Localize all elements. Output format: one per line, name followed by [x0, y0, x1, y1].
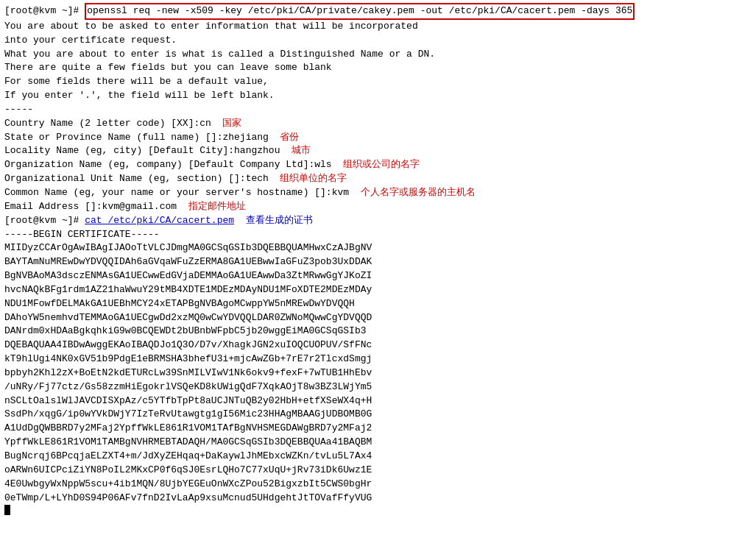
cert-data-3: BgNVBAoMA3dsczENMAsGA1UECwwEdGVjaDEMMAoG… — [4, 269, 752, 283]
info-line-4: There are quite a few fields but you can… — [4, 61, 752, 75]
org-annotation: 组织或公司的名字 — [343, 158, 420, 172]
cursor — [4, 505, 10, 515]
prompt-2: [root@kvm ~]# — [4, 214, 85, 228]
info-line-1: You are about to be asked to enter infor… — [4, 20, 752, 34]
common-text: Common Name (eg, your name or your serve… — [4, 186, 349, 200]
email-text: Email Address []:kvm@gmail.com — [4, 200, 177, 214]
cert-begin-text: -----BEGIN CERTIFICATE----- — [4, 228, 160, 242]
cert-data-16: BugNcrqj6BPcqjaELZXT4+m/JdXyZEHqaq+DaKay… — [4, 450, 752, 464]
info-text-6: If you enter '.', the field will be left… — [4, 89, 275, 103]
cert-data-17: oARWn6UICPciZiYN8PoIL2MKxCP0f6qSJ0EsrLQH… — [4, 464, 752, 478]
country-annotation: 国家 — [222, 117, 241, 131]
cert-data-7: DANrdm0xHDAaBgkqhkiG9w0BCQEWDt2bUBnbWFpb… — [4, 325, 752, 339]
cert-data-1: MIIDyzCCArOgAwIBAgIJAOoTtVLCJDmgMA0GCSqG… — [4, 241, 752, 255]
cert-end-text: 0eTWmp/L+LYhD0S94P06AFv7fnD2IvLaAp9xsuMc… — [4, 492, 372, 506]
info-line-5: For some fields there will be a default … — [4, 75, 752, 89]
command-box-1: openssl req -new -x509 -key /etc/pki/CA/… — [85, 3, 635, 20]
info-line-7: ----- — [4, 103, 752, 117]
cert-data-4: hvcNAQkBFg1rdm1AZ21haWwuY29tMB4XDTE1MDEz… — [4, 283, 752, 297]
cert-data-2: BAYTAmNuMREwDwYDVQQIDAh6aGVqaWFuZzERMA8G… — [4, 255, 752, 269]
locality-text: Locality Name (eg, city) [Default City]:… — [4, 144, 280, 158]
common-line: Common Name (eg, your name or your serve… — [4, 186, 752, 200]
info-text-3: What you are about to enter is what is c… — [4, 48, 435, 62]
cat-annotation: 查看生成的证书 — [246, 214, 313, 228]
country-line: Country Name (2 letter code) [XX]:cn 国家 — [4, 117, 752, 131]
command-line-2: [root@kvm ~]# cat /etc/pki/CA/cacert.pem… — [4, 214, 752, 228]
cert-data-6: DAhoYW5nemhvdTEMMAoGA1UECgwDd2xzMQ0wCwYD… — [4, 311, 752, 325]
cat-command: cat /etc/pki/CA/cacert.pem — [85, 214, 234, 228]
cert-begin: -----BEGIN CERTIFICATE----- — [4, 228, 752, 242]
command-text-1: openssl req -new -x509 -key /etc/pki/CA/… — [87, 5, 632, 16]
cert-data-13: SsdPh/xqgG/ip0wYVkDWjY7IzTeRvUtawgtg1gI5… — [4, 408, 752, 422]
state-annotation: 省份 — [280, 131, 299, 145]
info-line-3: What you are about to enter is what is c… — [4, 48, 752, 62]
cert-data-18: 4E0UwbgyWxNppW5scu+4ib1MQN/8UjbYEGEuOnWX… — [4, 478, 752, 492]
info-line-6: If you enter '.', the field will be left… — [4, 89, 752, 103]
locality-annotation: 城市 — [292, 144, 311, 158]
orgunit-annotation: 组织单位的名字 — [280, 172, 347, 186]
cert-end: 0eTWmp/L+LYhD0S94P06AFv7fnD2IvLaAp9xsuMc… — [4, 492, 752, 506]
org-text: Organization Name (eg, company) [Default… — [4, 158, 332, 172]
cert-data-15: YpffWkLE861R1VOM1TAMBgNVHRMEBTADAQH/MA0G… — [4, 436, 752, 450]
info-text-1: You are about to be asked to enter infor… — [4, 20, 418, 34]
cert-data-5: NDU1MFowfDELMAkGA1UEBhMCY24xETAPBgNVBAgo… — [4, 297, 752, 311]
final-prompt-line — [4, 505, 752, 515]
info-line-2: into your certificate request. — [4, 34, 752, 48]
state-text: State or Province Name (full name) []:zh… — [4, 131, 269, 145]
cert-data-12: nSCLtOalslWlJAVCDISXpAz/c5YTfbTpPt8aUCJN… — [4, 394, 752, 408]
info-text-7: ----- — [4, 103, 33, 117]
prompt-1: [root@kvm ~]# — [4, 4, 85, 18]
cert-data-14: A1UdDgQWBBRD7y2MFaj2YpffWkLE861R1VOM1TAf… — [4, 422, 752, 436]
orgunit-line: Organizational Unit Name (eg, section) [… — [4, 172, 752, 186]
info-text-4: There are quite a few fields but you can… — [4, 61, 332, 75]
terminal: [root@kvm ~]# openssl req -new -x509 -ke… — [0, 0, 756, 560]
org-line: Organization Name (eg, company) [Default… — [4, 158, 752, 172]
locality-line: Locality Name (eg, city) [Default City]:… — [4, 144, 752, 158]
common-annotation: 个人名字或服务器的主机名 — [361, 186, 476, 200]
cert-data-11: /uNRy/Fj77ctz/Gs58zzmHiEgokrlVSQeKD8kUWi… — [4, 380, 752, 394]
cert-data-8: DQEBAQUAA4IBDwAwggEKAoIBAQDJo1Q3O/D7v/Xh… — [4, 339, 752, 352]
command-line-1: [root@kvm ~]# openssl req -new -x509 -ke… — [4, 3, 752, 20]
info-text-5: For some fields there will be a default … — [4, 75, 269, 89]
cert-data-9: kT9hlUgi4NK0xGV51b9PdgE1eBRMSHA3bhefU3i+… — [4, 352, 752, 366]
cert-data-10: bpbyh2Khl2zX+BoEtN2kdETURcLw39SnMILVIwV1… — [4, 366, 752, 380]
email-line: Email Address []:kvm@gmail.com 指定邮件地址 — [4, 200, 752, 214]
country-text: Country Name (2 letter code) [XX]:cn — [4, 117, 211, 131]
email-annotation: 指定邮件地址 — [188, 200, 246, 214]
info-text-2: into your certificate request. — [4, 34, 177, 48]
orgunit-text: Organizational Unit Name (eg, section) [… — [4, 172, 269, 186]
state-line: State or Province Name (full name) []:zh… — [4, 131, 752, 145]
